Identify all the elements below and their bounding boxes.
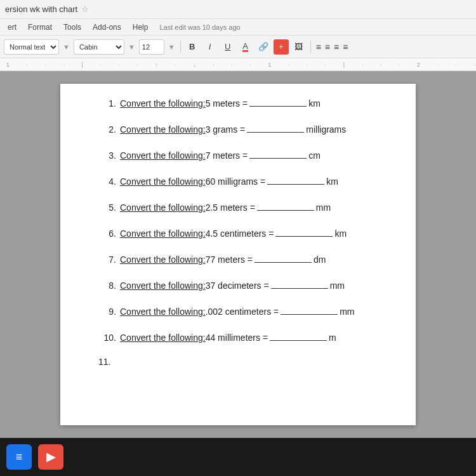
- ruler-marks: 1 · · · | · · · ↑ · ↓ · · · 1 · · · | · …: [6, 62, 476, 68]
- paper: 1. Convert the following: 5 meters = km …: [60, 84, 416, 425]
- q-content-4: 60 milligrams = km: [206, 175, 338, 187]
- q-unit-1: km: [308, 98, 321, 109]
- taskbar-icon-docs[interactable]: ≡: [6, 444, 32, 470]
- q-number-7: 7.: [98, 255, 116, 265]
- q-unit-7: dm: [314, 255, 326, 265]
- bold-button[interactable]: B: [185, 39, 200, 55]
- q-number-9: 9.: [98, 307, 116, 317]
- q-content-1: 5 meters = km: [206, 96, 321, 109]
- q-problem-10: 44 millimeters =: [206, 333, 268, 343]
- font-size-input[interactable]: [139, 39, 164, 55]
- list-item: 7. Convert the following: 77 meters = dm: [98, 253, 384, 265]
- q-number-10: 10.: [98, 333, 116, 343]
- q-content-9: .002 centimeters = mm: [206, 305, 355, 317]
- align-justify-icon[interactable]: ≡: [341, 41, 349, 53]
- q-label-5: Convert the following:: [120, 202, 206, 213]
- q-blank-1: [249, 96, 307, 107]
- list-item: 4. Convert the following: 60 milligrams …: [98, 175, 384, 187]
- q-label-2: Convert the following:: [120, 124, 206, 135]
- italic-button[interactable]: I: [202, 39, 218, 55]
- docs-icon: ≡: [16, 451, 23, 464]
- font-color-button[interactable]: A: [238, 39, 253, 55]
- list-item: 2. Convert the following: 3 grams = mill…: [98, 122, 384, 135]
- title-bar: ersion wk with chart ☆: [0, 0, 476, 19]
- q-unit-10: m: [329, 333, 336, 343]
- last-edit-label: Last edit was 10 days ago: [159, 23, 240, 31]
- list-item: 8. Convert the following: 37 decimeters …: [98, 279, 384, 291]
- underline-button[interactable]: U: [220, 39, 235, 55]
- align-center-icon[interactable]: ≡: [324, 41, 331, 53]
- menu-item-format[interactable]: Format: [23, 22, 57, 33]
- q-blank-7: [255, 253, 312, 263]
- taskbar: ≡ ▶: [0, 438, 476, 476]
- menu-item-tools[interactable]: Tools: [58, 22, 86, 33]
- q-problem-5: 2.5 meters =: [206, 202, 255, 213]
- toolbar-divider-1: [180, 41, 181, 53]
- list-item: 1. Convert the following: 5 meters = km: [98, 96, 384, 109]
- q-number-5: 5.: [98, 202, 116, 213]
- menu-item-addons[interactable]: Add-ons: [88, 22, 126, 33]
- question-list: 1. Convert the following: 5 meters = km …: [98, 96, 384, 367]
- document-title: ersion wk with chart: [5, 4, 77, 14]
- align-icons: ≡ ≡ ≡ ≡: [315, 41, 350, 53]
- style-select[interactable]: Normal text: [4, 39, 59, 55]
- youtube-icon: ▶: [46, 450, 55, 464]
- list-item: 9. Convert the following: .002 centimete…: [98, 305, 384, 317]
- q-unit-9: mm: [340, 307, 354, 317]
- font-color-label: A: [242, 42, 248, 52]
- q-label-3: Convert the following:: [120, 150, 206, 161]
- q-blank-8: [271, 279, 328, 289]
- q-label-6: Convert the following:: [120, 228, 206, 239]
- q-blank-3: [249, 149, 307, 159]
- q-problem-3: 7 meters =: [206, 150, 248, 161]
- q-content-2: 3 grams = milligrams: [206, 122, 347, 135]
- q-blank-5: [257, 201, 314, 211]
- toolbar-divider-2: [310, 41, 311, 53]
- star-icon[interactable]: ☆: [81, 4, 89, 14]
- q-label-7: Convert the following:: [120, 255, 206, 265]
- list-item: 3. Convert the following: 7 meters = cm: [98, 149, 384, 161]
- document-area: 1. Convert the following: 5 meters = km …: [0, 71, 476, 438]
- q-unit-8: mm: [330, 281, 345, 291]
- list-item: 11.: [98, 357, 384, 367]
- q-number-8: 8.: [98, 281, 116, 291]
- q-problem-1: 5 meters =: [206, 98, 248, 109]
- q-blank-6: [275, 227, 333, 237]
- menu-item-edit[interactable]: ert: [3, 22, 22, 33]
- taskbar-icon-youtube[interactable]: ▶: [38, 444, 63, 470]
- q-unit-4: km: [326, 176, 338, 187]
- q-content-8: 37 decimeters = mm: [206, 279, 345, 291]
- q-problem-9: .002 centimeters =: [206, 307, 279, 317]
- font-select[interactable]: Cabin: [74, 39, 124, 55]
- q-unit-6: km: [334, 228, 347, 239]
- list-item: 10. Convert the following: 44 millimeter…: [98, 331, 384, 343]
- q-blank-2: [247, 122, 304, 133]
- q-label-4: Convert the following:: [120, 176, 206, 187]
- list-item: 6. Convert the following: 4.5 centimeter…: [98, 227, 384, 239]
- menu-item-help[interactable]: Help: [128, 22, 154, 33]
- q-blank-4: [267, 175, 324, 185]
- menu-bar: ert Format Tools Add-ons Help Last edit …: [0, 19, 476, 36]
- image-button[interactable]: 🖼: [291, 39, 307, 55]
- q-label-9: Convert the following:: [120, 307, 206, 317]
- list-item: 5. Convert the following: 2.5 meters = m…: [98, 201, 384, 213]
- align-right-icon[interactable]: ≡: [315, 41, 322, 53]
- q-number-3: 3.: [98, 150, 116, 161]
- q-blank-9: [281, 305, 338, 315]
- q-number-2: 2.: [98, 124, 116, 135]
- toolbar: Normal text ▼ Cabin ▼ ▼ B I U A 🔗 + 🖼 ≡ …: [0, 36, 476, 58]
- link-button[interactable]: 🔗: [256, 39, 271, 55]
- add-image-button[interactable]: +: [274, 39, 289, 55]
- q-label-10: Convert the following:: [120, 333, 206, 343]
- q-unit-2: milligrams: [306, 124, 346, 135]
- ruler: 1 · · · | · · · ↑ · ↓ · · · 1 · · · | · …: [0, 58, 476, 71]
- q-content-10: 44 millimeters = m: [206, 331, 336, 343]
- q-label-1: Convert the following:: [120, 98, 206, 109]
- q-problem-4: 60 milligrams =: [206, 176, 266, 187]
- q-number-6: 6.: [98, 228, 116, 239]
- q-blank-10: [270, 331, 327, 341]
- q-problem-8: 37 decimeters =: [206, 281, 269, 291]
- q-content-6: 4.5 centimeters = km: [206, 227, 347, 239]
- q-content-5: 2.5 meters = mm: [206, 201, 331, 213]
- align-left-icon[interactable]: ≡: [333, 41, 340, 53]
